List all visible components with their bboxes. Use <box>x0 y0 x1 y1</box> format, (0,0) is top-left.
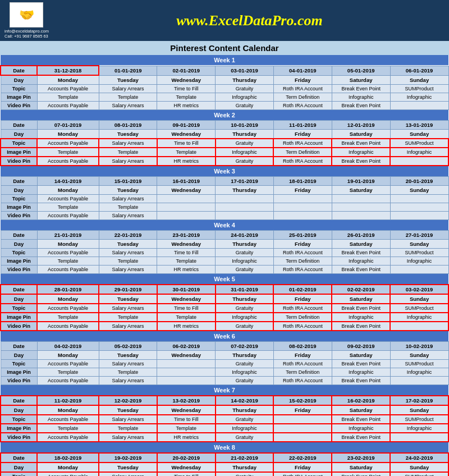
image-cell: Infographic <box>216 148 274 157</box>
topic-cell: Accounts Payable <box>37 472 99 476</box>
day-cell: Tuesday <box>99 130 157 139</box>
day-cell: Tuesday <box>99 463 157 472</box>
image-cell: Infographic <box>390 424 448 433</box>
date-cell: 12-02-2019 <box>99 396 157 405</box>
week-header: Week 7 <box>1 385 448 396</box>
date-cell: 29-01-2019 <box>99 285 157 294</box>
topic-cell: SUMProduct <box>390 139 448 148</box>
day-cell: Thursday <box>216 351 274 360</box>
day-cell: Wednesday <box>157 75 216 85</box>
date-cell: 12-01-2019 <box>332 121 390 130</box>
day-cell: Sunday <box>390 294 448 304</box>
image-cell: Infographic <box>216 313 274 322</box>
image-cell: Infographic <box>390 257 448 266</box>
date-label: Date <box>1 342 37 351</box>
day-row: DayMondayTuesdayWednesdayThursdayFridayS… <box>1 351 448 360</box>
date-row: Date11-02-201912-02-201913-02-201914-02-… <box>1 396 448 405</box>
week-header: Week 8 <box>1 442 448 453</box>
image-row: Image PinTemplateTemplateTemplateInfogra… <box>1 424 448 433</box>
date-cell: 21-01-2019 <box>37 231 99 240</box>
day-cell: Monday <box>37 240 99 249</box>
day-cell: Saturday <box>332 405 390 415</box>
date-cell: 26-01-2019 <box>332 231 390 240</box>
date-cell: 18-02-2019 <box>37 453 99 463</box>
topic-cell: Roth IRA Account <box>273 304 332 313</box>
video-cell: Break Even Point <box>332 102 390 110</box>
day-cell: Saturday <box>332 463 390 472</box>
topic-cell: SUMProduct <box>390 360 448 368</box>
day-label: Day <box>1 351 37 360</box>
video-row: Video PinAccounts PayableSalary ArrearsH… <box>1 102 448 110</box>
image-cell: Template <box>157 313 216 322</box>
image-cell: Template <box>157 148 216 157</box>
image-cell: Infographic <box>332 368 390 377</box>
topic-cell: Accounts Payable <box>37 195 99 203</box>
day-cell: Thursday <box>216 463 274 472</box>
day-cell: Wednesday <box>157 405 216 415</box>
day-cell: Sunday <box>390 75 448 85</box>
date-cell: 01-01-2019 <box>99 66 157 75</box>
date-cell: 20-02-2019 <box>157 453 216 463</box>
date-cell: 01-02-2019 <box>273 285 332 294</box>
date-label: Date <box>1 231 37 240</box>
day-cell: Friday <box>273 405 332 415</box>
topic-label: Topic <box>1 415 37 424</box>
day-cell: Thursday <box>216 186 274 195</box>
topic-cell: Time to Fill <box>157 139 216 148</box>
image-cell: Template <box>37 148 99 157</box>
video-cell: Accounts Payable <box>37 322 99 331</box>
day-cell: Monday <box>37 75 99 85</box>
topic-cell: Roth IRA Account <box>273 360 332 368</box>
date-row: Date04-02-201905-02-201906-02-201907-02-… <box>1 342 448 351</box>
topic-cell: Break Even Point <box>332 360 390 368</box>
topic-label: Topic <box>1 195 37 203</box>
day-cell: Saturday <box>332 75 390 85</box>
video-label: Video Pin <box>1 157 37 166</box>
date-cell: 15-01-2019 <box>99 177 157 186</box>
topic-cell <box>332 195 390 203</box>
date-cell: 18-01-2019 <box>273 177 332 186</box>
image-cell: Template <box>37 368 99 377</box>
date-cell: 31-01-2019 <box>216 285 274 294</box>
day-row: DayMondayTuesdayWednesdayThursdayFridayS… <box>1 186 448 195</box>
site-url-link[interactable]: www.ExcelDataPro.com <box>176 12 322 29</box>
day-cell: Sunday <box>390 351 448 360</box>
image-cell: Infographic <box>332 424 390 433</box>
date-cell: 02-02-2019 <box>332 285 390 294</box>
topic-cell: Salary Arrears <box>99 249 157 257</box>
date-cell: 21-02-2019 <box>216 453 274 463</box>
image-cell <box>157 368 216 377</box>
image-cell <box>390 203 448 212</box>
image-cell: Template <box>37 313 99 322</box>
video-cell: Salary Arrears <box>99 157 157 166</box>
date-cell: 13-02-2019 <box>157 396 216 405</box>
topic-cell <box>157 195 216 203</box>
video-cell <box>390 102 448 110</box>
topic-row: TopicAccounts PayableSalary ArrearsTime … <box>1 85 448 93</box>
topic-cell: Accounts Payable <box>37 249 99 257</box>
day-cell: Wednesday <box>157 186 216 195</box>
image-cell: Template <box>99 257 157 266</box>
calendar-container: Week 1Date31-12-201801-01-201902-01-2019… <box>0 55 449 476</box>
image-cell <box>273 203 332 212</box>
video-row: Video PinAccounts PayableSalary ArrearsH… <box>1 433 448 442</box>
topic-cell: Gratuity <box>216 415 274 424</box>
topic-cell: Break Even Point <box>332 139 390 148</box>
date-cell: 24-01-2019 <box>216 231 274 240</box>
date-cell: 20-01-2019 <box>390 177 448 186</box>
topic-cell: Roth IRA Account <box>273 85 332 93</box>
topic-cell: Salary Arrears <box>99 415 157 424</box>
image-cell: Template <box>37 93 99 102</box>
image-cell: Template <box>37 424 99 433</box>
image-label: Image Pin <box>1 148 37 157</box>
image-row: Image PinTemplateTemplateTemplateInfogra… <box>1 313 448 322</box>
date-cell: 10-02-2019 <box>390 342 448 351</box>
topic-cell: Salary Arrears <box>99 360 157 368</box>
day-label: Day <box>1 240 37 249</box>
day-cell: Saturday <box>332 240 390 249</box>
image-cell: Term Definition <box>273 93 332 102</box>
image-label: Image Pin <box>1 203 37 212</box>
image-cell: Template <box>99 368 157 377</box>
topic-cell: Accounts Payable <box>37 360 99 368</box>
video-cell: Salary Arrears <box>99 102 157 110</box>
